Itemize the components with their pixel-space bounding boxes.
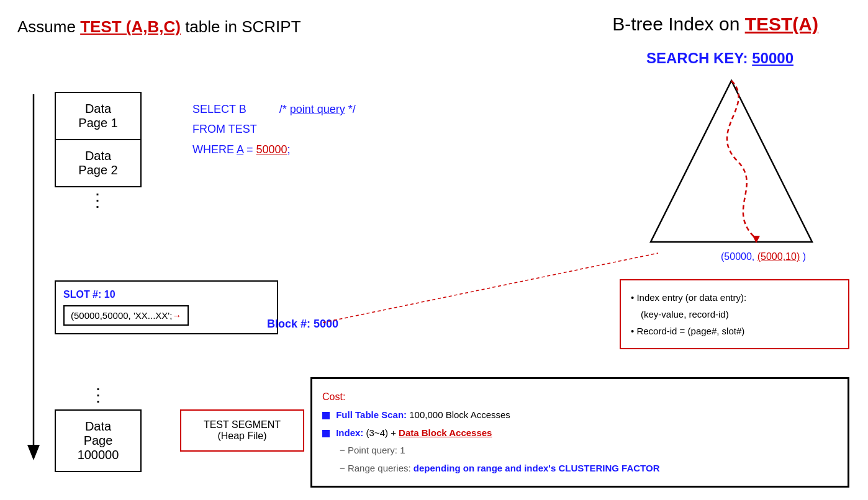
cost-index-underline: Data Block Accesses	[399, 427, 492, 438]
svg-line-4	[323, 253, 658, 323]
vertical-arrow	[26, 94, 41, 467]
cost-box: Cost: Full Table Scan: 100,000 Block Acc…	[310, 377, 849, 488]
data-page-2: DataPage 2	[55, 140, 142, 187]
cost-range-prefix: Range queries:	[348, 463, 414, 473]
ie-close: )	[800, 251, 806, 262]
dots-below-middle: ⋮	[55, 385, 142, 405]
sql-block: SELECT B /* point query */ FROM TEST WHE…	[192, 99, 356, 159]
record-arrow: →	[172, 310, 181, 321]
cost-index-value: (3~4) +	[366, 427, 399, 438]
data-page-last: DataPage100000	[55, 409, 142, 472]
heading-left: Assume TEST (A,B,C) table in SCRIPT	[17, 17, 301, 37]
table-name-left: TEST (A,B,C)	[80, 17, 181, 36]
data-page-dots: ⋮	[55, 187, 142, 213]
cost-full-scan-label: Full Table Scan:	[336, 409, 407, 420]
data-pages: DataPage 1 DataPage 2 ⋮	[55, 92, 142, 213]
data-page-1: DataPage 1	[55, 92, 142, 140]
ie-red-text: (5000,10)	[757, 251, 800, 262]
btree-area	[632, 68, 831, 254]
block-label: Block #: 5000	[267, 318, 338, 331]
record-text: (50000,50000, 'XX...XX';	[71, 310, 172, 321]
btree-svg	[632, 68, 831, 254]
info-bullet1-sub: (key-value, record-id)	[631, 306, 838, 323]
info-bullet1: • Index entry (or data entry):	[631, 289, 838, 306]
info-bullet2-text: Record-id = (page#, slot#)	[636, 326, 744, 336]
cost-title: Cost:	[322, 388, 838, 406]
slot-label: SLOT #: 10	[63, 289, 269, 300]
middle-block: SLOT #: 10 (50000,50000, 'XX...XX';→	[55, 280, 278, 334]
search-key: SEARCH KEY: 50000	[646, 50, 793, 67]
table-name-right: TEST(A)	[745, 14, 818, 34]
search-key-label: SEARCH KEY:	[646, 50, 752, 66]
record-box: (50000,50000, 'XX...XX';→	[63, 305, 189, 326]
index-entry-label: (50000, (5000,10) )	[721, 251, 806, 262]
heading-left-prefix: Assume	[17, 17, 80, 36]
heading-right-prefix: B-tree Index on	[612, 14, 744, 34]
cost-point-query-text: Point query: 1	[348, 445, 405, 455]
sql-val: 50000	[256, 143, 287, 156]
sql-comment: /* point query */	[279, 103, 356, 115]
test-segment-line1: TEST SEGMENT	[186, 419, 298, 431]
sql-line1: SELECT B /* point query */	[192, 99, 356, 119]
sql-line3: WHERE A = 50000;	[192, 140, 356, 159]
heading-left-suffix: table in SCRIPT	[181, 17, 301, 36]
test-segment-line2: (Heap File)	[186, 431, 298, 442]
sql-col-a: A	[237, 143, 243, 156]
info-box: • Index entry (or data entry): (key-valu…	[620, 279, 849, 349]
cost-point-query: − Point query: 1	[322, 442, 838, 460]
cost-range-queries: − Range queries: depending on range and …	[322, 460, 838, 478]
ie-text: (50000,	[721, 251, 757, 262]
info-bullet1-text: Index entry (or data entry):	[636, 292, 746, 303]
bullet-index	[322, 430, 330, 437]
search-key-value: 50000	[752, 50, 793, 66]
main-container: Assume TEST (A,B,C) table in SCRIPT B-tr…	[0, 0, 868, 500]
cost-full-scan: Full Table Scan: 100,000 Block Accesses	[322, 406, 838, 424]
bullet-full-scan	[322, 412, 330, 419]
heading-right: B-tree Index on TEST(A)	[612, 14, 818, 35]
sql-select: SELECT B	[192, 103, 246, 115]
cost-range-bold: depending on range and index's CLUSTERIN…	[414, 463, 660, 473]
test-segment: TEST SEGMENT (Heap File)	[180, 409, 304, 452]
svg-marker-1	[27, 445, 40, 460]
sql-line2: FROM TEST	[192, 119, 356, 139]
info-bullet2: • Record-id = (page#, slot#)	[631, 323, 838, 339]
cost-index: Index: (3~4) + Data Block Accesses	[322, 424, 838, 442]
cost-index-label: Index:	[336, 427, 363, 438]
cost-full-scan-value: 100,000 Block Accesses	[409, 409, 510, 420]
svg-marker-2	[651, 81, 812, 242]
